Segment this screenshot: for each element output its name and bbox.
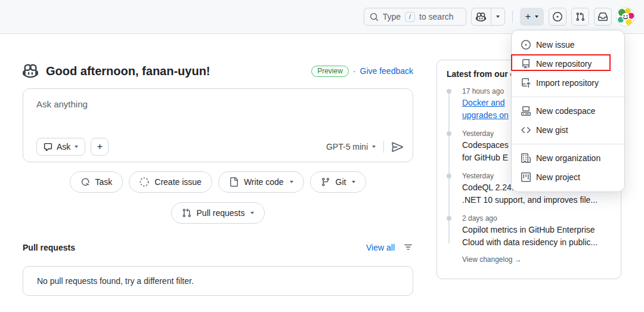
chevron-down-icon (290, 181, 293, 183)
attach-button[interactable]: + (91, 138, 109, 156)
user-avatar[interactable] (617, 8, 634, 26)
menu-item-import-repository[interactable]: Import repository (512, 73, 624, 92)
search-icon (370, 13, 379, 21)
task-label: Task (95, 177, 113, 187)
file-icon (229, 177, 239, 187)
entry-title-line[interactable]: .NET 10 support, and improves file... (462, 194, 611, 206)
model-label: GPT-5 mini (326, 142, 368, 152)
menu-item-label: New project (536, 172, 580, 182)
issue-opened-icon (553, 12, 562, 21)
avatar-image (617, 8, 634, 26)
menu-divider (512, 144, 624, 144)
create-new-button[interactable]: + (520, 8, 544, 26)
pull-request-icon (182, 208, 191, 218)
copilot-composer: Ask + GPT-5 mini (23, 88, 413, 162)
menu-item-label: Import repository (536, 78, 599, 88)
menu-item-new-organization[interactable]: New organization (512, 149, 624, 168)
pull-requests-heading: Pull requests (23, 243, 75, 252)
issues-button[interactable] (549, 8, 566, 26)
task-icon (80, 177, 90, 187)
dashboard-main-column: Good afternoon, fanan-uyun! Preview · Gi… (23, 63, 413, 296)
issue-draft-icon (140, 177, 149, 187)
repo-icon (521, 59, 531, 69)
chevron-down-icon (372, 146, 376, 148)
menu-item-new-gist[interactable]: New gist (512, 121, 624, 140)
create-new-dropdown: New issue New repository Import reposito… (511, 30, 625, 192)
copilot-icon[interactable] (472, 8, 491, 25)
give-feedback-link[interactable]: Give feedback (360, 66, 414, 76)
changelog-entry: 2 days ago Copilot metrics in GitHub Ent… (447, 213, 611, 249)
project-icon (521, 172, 531, 182)
menu-item-new-project[interactable]: New project (512, 168, 624, 187)
git-label: Git (336, 177, 346, 187)
quick-actions-row-2: Pull requests (23, 202, 413, 224)
menu-divider (512, 97, 624, 97)
git-button[interactable]: Git (310, 171, 367, 193)
timeline-dot-icon (447, 174, 451, 178)
menu-item-new-codespace[interactable]: New codespace (512, 101, 624, 121)
write-code-label: Write code (244, 177, 284, 187)
menu-item-new-issue[interactable]: New issue (512, 35, 624, 54)
menu-item-label: New gist (536, 125, 568, 135)
dot-separator: · (353, 66, 356, 76)
timeline-dot-icon (447, 89, 451, 94)
plus-icon: + (525, 11, 531, 22)
filter-icon[interactable] (403, 242, 413, 252)
menu-item-label: New repository (536, 59, 592, 69)
empty-message: No pull requests found, try a different … (37, 276, 194, 286)
chevron-down-icon (75, 146, 78, 148)
menu-item-new-repository[interactable]: New repository (512, 54, 624, 73)
menu-item-label: New organization (536, 153, 600, 163)
code-icon (521, 125, 531, 135)
pull-requests-button[interactable] (571, 8, 589, 26)
copilot-split-button[interactable] (471, 8, 505, 26)
copilot-menu-chevron[interactable] (491, 8, 504, 25)
copilot-icon (23, 63, 38, 79)
chevron-down-icon (535, 16, 538, 18)
chevron-down-icon (250, 212, 254, 214)
preview-badge: Preview (311, 66, 349, 77)
ask-mode-label: Ask (57, 142, 70, 152)
task-button[interactable]: Task (70, 171, 123, 193)
view-all-link[interactable]: View all (366, 243, 395, 252)
pull-request-icon (575, 12, 585, 21)
global-header: Type / to search + (0, 0, 644, 34)
quick-actions-row: Task Create issue Write code Git (23, 171, 413, 193)
create-issue-button[interactable]: Create issue (129, 171, 212, 193)
search-input[interactable]: Type / to search (364, 8, 466, 26)
chevron-down-icon (496, 16, 500, 18)
repo-import-icon (521, 78, 531, 88)
composer-toolbar: Ask + GPT-5 mini (36, 138, 403, 156)
model-selector[interactable]: GPT-5 mini (326, 142, 376, 152)
pull-requests-quick-button[interactable]: Pull requests (171, 202, 265, 224)
notifications-inbox-button[interactable] (594, 8, 612, 26)
toolbar-divider (383, 141, 384, 153)
composer-input[interactable] (23, 89, 413, 126)
git-branch-icon (321, 177, 330, 187)
menu-item-label: New issue (536, 40, 575, 50)
chevron-down-icon (352, 181, 355, 183)
plus-icon: + (97, 141, 103, 152)
timeline-dot-icon (447, 131, 451, 136)
entry-title-line[interactable]: Copilot metrics in GitHub Enterprise (462, 224, 611, 236)
view-changelog-link[interactable]: View changelog → (447, 255, 611, 264)
write-code-button[interactable]: Write code (218, 171, 304, 193)
ask-mode-button[interactable]: Ask (36, 138, 85, 156)
create-issue-label: Create issue (154, 177, 202, 187)
header-divider (512, 11, 513, 23)
comment-icon (44, 143, 52, 152)
menu-item-label: New codespace (536, 106, 596, 116)
organization-icon (521, 153, 531, 163)
search-placeholder-suffix: to search (419, 12, 454, 21)
codespace-icon (521, 106, 531, 116)
entry-title-line[interactable]: Cloud with data residency in public... (462, 236, 611, 249)
timeline-dot-icon (447, 216, 451, 221)
pull-requests-empty-card: No pull requests found, try a different … (23, 266, 413, 296)
pull-requests-section-header: Pull requests View all (23, 242, 413, 252)
greeting-title: Good afternoon, fanan-uyun! (46, 64, 210, 78)
send-icon (392, 141, 403, 153)
slash-key-hint: / (405, 12, 415, 22)
issue-opened-icon (521, 40, 531, 50)
search-placeholder-prefix: Type (383, 12, 401, 21)
send-button[interactable] (392, 141, 403, 153)
